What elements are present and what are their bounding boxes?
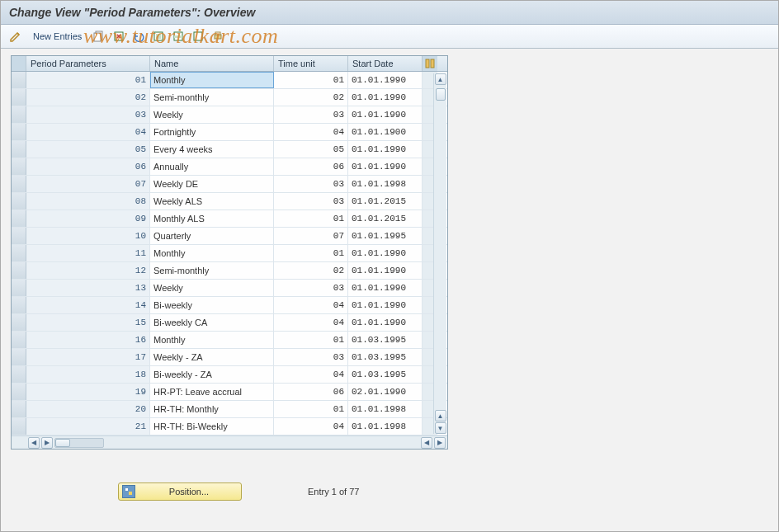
cell-name[interactable]: HR-TH: Bi-Weekly: [150, 418, 274, 435]
cell-time-unit[interactable]: 03: [274, 280, 348, 296]
cell-period-parameters[interactable]: 20: [26, 401, 150, 417]
cell-time-unit[interactable]: 06: [274, 158, 348, 175]
cell-start-date[interactable]: 01.01.1998: [348, 176, 423, 192]
cell-period-parameters[interactable]: 18: [26, 366, 150, 383]
undo-icon[interactable]: [130, 28, 147, 45]
cell-period-parameters[interactable]: 21: [26, 418, 150, 435]
table-row[interactable]: 08Weekly ALS0301.01.2015: [12, 193, 447, 210]
cell-name[interactable]: HR-TH: Monthly: [150, 401, 274, 417]
cell-start-date[interactable]: 01.01.1990: [348, 245, 423, 261]
cell-name[interactable]: Weekly: [150, 280, 274, 296]
cell-period-parameters[interactable]: 09: [26, 210, 150, 227]
cell-time-unit[interactable]: 02: [274, 262, 348, 279]
row-selector[interactable]: [12, 418, 26, 435]
position-button[interactable]: Position...: [118, 483, 242, 501]
table-row[interactable]: 03Weekly0301.01.1990: [12, 106, 447, 124]
cell-period-parameters[interactable]: 14: [26, 297, 150, 313]
cell-period-parameters[interactable]: 10: [26, 228, 150, 244]
cell-start-date[interactable]: 01.01.1990: [348, 262, 423, 279]
new-entries-button[interactable]: New Entries: [27, 29, 87, 44]
scroll-down-icon[interactable]: ▼: [435, 422, 446, 434]
cell-time-unit[interactable]: 01: [274, 401, 348, 417]
cell-name[interactable]: Monthly: [150, 245, 274, 261]
cell-start-date[interactable]: 01.01.1990: [348, 89, 423, 106]
table-row[interactable]: 02Semi-monthly0201.01.1990: [12, 89, 447, 106]
cell-time-unit[interactable]: 04: [274, 418, 348, 435]
cell-period-parameters[interactable]: 03: [26, 106, 150, 123]
row-selector[interactable]: [12, 384, 26, 400]
h-scroll-thumb[interactable]: [55, 439, 70, 447]
cell-period-parameters[interactable]: 11: [26, 245, 150, 261]
cell-name[interactable]: Semi-monthly: [150, 262, 274, 279]
cell-time-unit[interactable]: 07: [274, 228, 348, 244]
v-scroll-thumb[interactable]: [436, 88, 446, 101]
row-selector[interactable]: [12, 349, 26, 365]
cell-name[interactable]: Fortnightly: [150, 124, 274, 140]
cell-time-unit[interactable]: 01: [274, 210, 348, 227]
scroll-left-icon-2[interactable]: ◀: [421, 437, 432, 449]
row-selector[interactable]: [12, 297, 26, 313]
table-row[interactable]: 10Quarterly0701.01.1995: [12, 228, 447, 245]
vertical-scrollbar[interactable]: ▲ ▲ ▼: [433, 73, 446, 434]
cell-start-date[interactable]: 01.01.1998: [348, 401, 423, 417]
row-selector[interactable]: [12, 106, 26, 123]
cell-start-date[interactable]: 01.03.1995: [348, 349, 423, 365]
scroll-down-step-icon[interactable]: ▲: [435, 410, 446, 421]
row-selector[interactable]: [12, 401, 26, 417]
scroll-up-icon[interactable]: ▲: [435, 73, 446, 85]
table-row[interactable]: 11Monthly0101.01.1990: [12, 245, 447, 262]
table-row[interactable]: 20HR-TH: Monthly0101.01.1998: [12, 401, 447, 418]
cell-start-date[interactable]: 01.01.1990: [348, 314, 423, 331]
table-row[interactable]: 15Bi-weekly CA0401.01.1990: [12, 314, 447, 332]
cell-period-parameters[interactable]: 19: [26, 384, 150, 400]
h-scroll-track[interactable]: [54, 438, 104, 448]
delete-icon[interactable]: [111, 28, 127, 45]
scroll-right-icon-2[interactable]: ▶: [434, 437, 446, 449]
v-scroll-track[interactable]: [434, 85, 446, 410]
scroll-right-icon[interactable]: ▶: [41, 437, 53, 449]
cell-period-parameters[interactable]: 16: [26, 332, 150, 348]
cell-period-parameters[interactable]: 15: [26, 314, 150, 331]
cell-start-date[interactable]: 01.01.1990: [348, 72, 423, 88]
table-row[interactable]: 05Every 4 weeks0501.01.1990: [12, 141, 447, 158]
cell-start-date[interactable]: 01.01.2015: [348, 210, 423, 227]
cell-time-unit[interactable]: 03: [274, 106, 348, 123]
cell-time-unit[interactable]: 06: [274, 384, 348, 400]
row-selector[interactable]: [12, 280, 26, 296]
deselect-all-icon[interactable]: [190, 28, 206, 45]
cell-start-date[interactable]: 01.03.1995: [348, 332, 423, 348]
cell-name[interactable]: Monthly: [150, 332, 274, 348]
copy-icon[interactable]: [91, 28, 107, 45]
row-selector[interactable]: [12, 332, 26, 348]
cell-start-date[interactable]: 01.01.1990: [348, 280, 423, 296]
cell-name[interactable]: Annually: [150, 158, 274, 175]
cell-period-parameters[interactable]: 01: [26, 72, 150, 88]
table-row[interactable]: 17Weekly - ZA0301.03.1995: [12, 349, 447, 366]
table-settings-icon[interactable]: [423, 56, 437, 71]
table-row[interactable]: 13Weekly0301.01.1990: [12, 280, 447, 297]
cell-name[interactable]: Weekly: [150, 106, 274, 123]
row-selector[interactable]: [12, 72, 26, 88]
table-row[interactable]: 04Fortnightly0401.01.1900: [12, 124, 447, 141]
toggle-change-icon[interactable]: [7, 28, 24, 45]
row-selector[interactable]: [12, 141, 26, 158]
table-row[interactable]: 19HR-PT: Leave accrual0602.01.1990: [12, 384, 447, 401]
row-selector[interactable]: [12, 124, 26, 140]
cell-period-parameters[interactable]: 04: [26, 124, 150, 140]
cell-period-parameters[interactable]: 02: [26, 89, 150, 106]
cell-period-parameters[interactable]: 13: [26, 280, 150, 296]
cell-start-date[interactable]: 01.01.2015: [348, 193, 423, 210]
cell-period-parameters[interactable]: 05: [26, 141, 150, 158]
print-icon[interactable]: [210, 28, 226, 45]
cell-time-unit[interactable]: 03: [274, 193, 348, 210]
cell-period-parameters[interactable]: 12: [26, 262, 150, 279]
cell-period-parameters[interactable]: 07: [26, 176, 150, 192]
horizontal-scrollbar[interactable]: ◀ ▶ ◀ ▶: [12, 435, 447, 449]
cell-name[interactable]: Every 4 weeks: [150, 141, 274, 158]
cell-start-date[interactable]: 01.01.1998: [348, 418, 423, 435]
cell-name[interactable]: Semi-monthly: [150, 89, 274, 106]
cell-time-unit[interactable]: 01: [274, 332, 348, 348]
cell-name[interactable]: Quarterly: [150, 228, 274, 244]
scroll-left-icon[interactable]: ◀: [28, 437, 40, 449]
cell-start-date[interactable]: 01.01.1990: [348, 158, 423, 175]
